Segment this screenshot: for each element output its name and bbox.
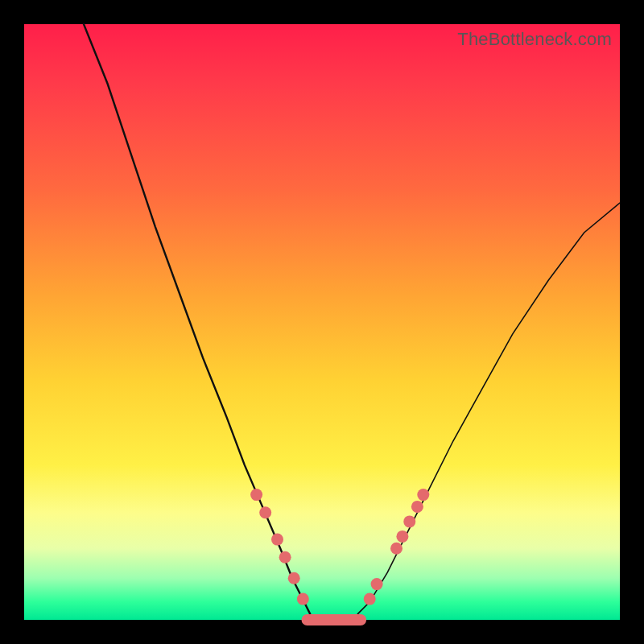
data-bead — [259, 506, 271, 518]
data-bead — [364, 593, 376, 605]
data-bead — [271, 534, 283, 546]
data-bead — [250, 489, 262, 501]
data-bead — [297, 593, 309, 605]
data-bead — [371, 578, 383, 590]
data-bead — [403, 515, 415, 527]
curve-left — [84, 24, 310, 614]
outer-black-frame: TheBottleneck.com — [0, 0, 644, 644]
chart-svg — [24, 24, 620, 620]
data-bead — [417, 489, 429, 501]
data-bead — [390, 543, 402, 555]
data-bead — [279, 551, 291, 564]
beads-right-group — [364, 489, 430, 605]
data-bead — [411, 501, 423, 513]
data-bead — [288, 572, 300, 584]
gradient-plot-area: TheBottleneck.com — [24, 24, 620, 620]
data-bead — [396, 530, 408, 543]
